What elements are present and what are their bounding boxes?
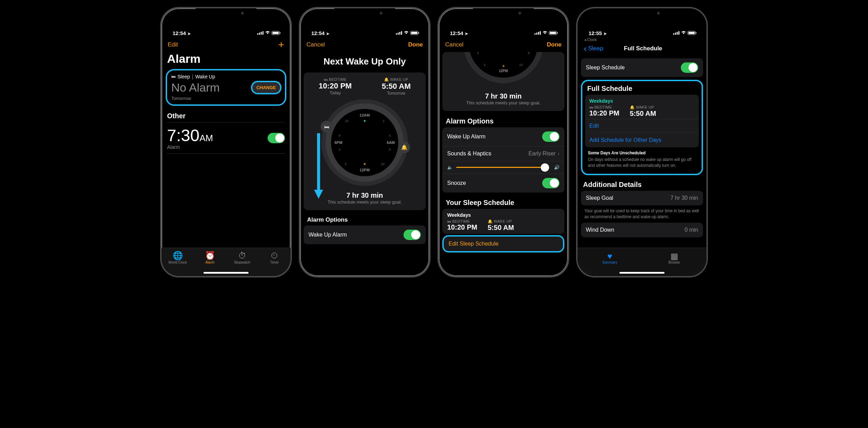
snooze-toggle[interactable] [542, 178, 559, 188]
snooze-row[interactable]: Snooze [442, 174, 564, 192]
sleep-label: Sleep [177, 74, 190, 79]
wake-alarm-toggle[interactable] [403, 230, 421, 240]
wake-alarm-toggle[interactable] [542, 131, 559, 142]
goal-subtitle: This schedule meets your sleep goal. [442, 100, 564, 105]
edit-button[interactable]: Edit [168, 41, 178, 48]
sleep-schedule-row[interactable]: Sleep Schedule [581, 58, 703, 77]
page-title: Next Wake Up Only [300, 52, 429, 72]
unscheduled-note: Some Days Are Unscheduled On days withou… [584, 147, 700, 171]
chevron-right-icon: › [558, 151, 559, 156]
volume-low-icon: 🔈 [447, 165, 453, 170]
bell-icon: 🔔 [488, 219, 493, 223]
wakeup-label: Wake Up [195, 74, 215, 79]
breadcrumb[interactable]: Clock [578, 37, 706, 42]
alarm-toggle[interactable] [268, 133, 285, 143]
change-button[interactable]: CHANGE [251, 81, 281, 94]
grid-icon: ▦ [657, 251, 692, 260]
home-indicator[interactable] [203, 272, 249, 274]
bedtime-label: BEDTIME [329, 77, 347, 82]
svg-rect-7 [317, 133, 320, 190]
add-schedule-button[interactable]: Add Schedule for Other Days [585, 132, 699, 147]
wakeup-value: 5:50 AM [382, 82, 411, 91]
full-schedule-section: Full Schedule Weekdays 🛏 BEDTIME 10:20 P… [581, 80, 703, 175]
bedtime-value: 10:20 PM [319, 82, 351, 91]
bed-icon: 🛏 [171, 74, 175, 79]
additional-details-header: Additional Details [578, 177, 706, 191]
alarm-row[interactable]: 7:30AM Alarm [162, 122, 290, 153]
volume-slider[interactable] [456, 167, 546, 168]
tab-timer[interactable]: ⏲Timer [262, 251, 287, 276]
edit-sleep-schedule-button[interactable]: Edit Sleep Schedule [442, 235, 564, 252]
nav-bar: Edit + [162, 38, 290, 52]
location-icon: ➤ [188, 32, 191, 36]
bed-icon: 🛏 [324, 77, 328, 82]
back-button[interactable]: Sleep [584, 45, 603, 52]
sounds-haptics-row[interactable]: Sounds & Haptics Early Riser› [442, 146, 564, 161]
no-alarm-text: No Alarm [171, 81, 220, 94]
sleep-goal-row[interactable]: Sleep Goal 7 hr 30 min [581, 191, 703, 205]
weekdays-card[interactable]: Weekdays 🛏 BEDTIME 10:20 PM 🔔 WAKE UP 5:… [442, 209, 564, 234]
alarm-options-header: Alarm Options [300, 213, 429, 225]
tick-6pm: 6PM [335, 140, 342, 145]
status-bar: 12:54 ➤ [162, 24, 290, 38]
weekdays-card[interactable]: Weekdays 🛏 BEDTIME 10:20 PM 🔔 WAKE UP 5:… [585, 95, 699, 119]
status-time: 12:54 [311, 30, 324, 36]
phone-3: 12:54 ➤ Cancel Done 12PM ☀ 2 10 4 8 7 hr… [437, 7, 569, 277]
alarm-sub: Alarm [167, 144, 213, 150]
goal-note: Your goal will be used to keep track of … [578, 205, 706, 223]
tab-world-clock[interactable]: 🌐World Clock [166, 251, 190, 276]
bell-icon: 🔔 [630, 105, 635, 109]
add-alarm-button[interactable]: + [278, 41, 284, 48]
wind-down-row[interactable]: Wind Down 0 min [581, 223, 703, 237]
done-button[interactable]: Done [547, 41, 562, 48]
done-button[interactable]: Done [408, 41, 423, 48]
goal-duration: 7 hr 30 min [442, 92, 564, 100]
bedtime-sub: Today [319, 91, 351, 95]
bedtime-handle[interactable]: 🛏 [321, 121, 332, 132]
sparkle-icon: ✦ [363, 119, 366, 123]
volume-row[interactable]: 🔈 🔊 [442, 161, 564, 174]
wake-up-alarm-row[interactable]: Wake Up Alarm [304, 225, 426, 244]
separator: | [192, 74, 193, 79]
tick-12am: 12AM [359, 113, 370, 117]
page-title: Alarm [162, 52, 290, 69]
notch [473, 8, 534, 18]
nav-bar: Sleep Full Schedule [578, 42, 706, 55]
sun-icon: ☀ [502, 64, 505, 68]
location-icon: ➤ [465, 32, 468, 36]
volume-high-icon: 🔊 [554, 165, 559, 170]
status-bar: 12:54 ➤ [300, 24, 429, 38]
alarm-options-header: Alarm Options [439, 114, 568, 127]
notch [196, 8, 257, 18]
cancel-button[interactable]: Cancel [306, 41, 325, 48]
wakeup-label: WAKE UP [390, 77, 408, 82]
status-time: 12:54 [450, 30, 463, 36]
status-time: 12:55 [589, 30, 602, 36]
wakeup-handle[interactable]: 🔔 [398, 142, 410, 153]
location-icon: ➤ [604, 32, 607, 36]
sun-icon: ☀ [363, 162, 366, 166]
cancel-button[interactable]: Cancel [445, 41, 463, 48]
timer-icon: ⏲ [262, 251, 287, 260]
bed-icon: 🛏 [447, 219, 451, 223]
phone-2: 12:54 ➤ Cancel Done Next Wake Up Only 🛏 … [299, 7, 431, 277]
wakeup-value: 5:50 AM [488, 224, 514, 232]
phone-1: 12:54 ➤ Edit + Alarm 🛏 Sleep | Wake Up N… [160, 7, 292, 277]
location-icon: ➤ [326, 32, 329, 36]
status-time: 12:54 [173, 30, 186, 36]
sounds-value: Early Riser [528, 151, 555, 156]
wake-up-alarm-row[interactable]: Wake Up Alarm [442, 127, 564, 146]
tick-12pm: 12PM [360, 168, 370, 172]
home-indicator[interactable] [619, 272, 665, 274]
heart-icon: ♥ [592, 251, 627, 260]
tick-6am: 6AM [387, 140, 395, 145]
sleep-schedule-toggle[interactable] [681, 62, 698, 73]
wind-down-value: 0 min [685, 227, 698, 233]
full-schedule-header: Full Schedule [584, 82, 700, 95]
alarm-icon: ⏰ [198, 251, 222, 260]
bed-icon: 🛏 [589, 105, 593, 109]
edit-button[interactable]: Edit [585, 119, 699, 132]
bedtime-value: 10:20 PM [589, 109, 619, 117]
other-header: Other [162, 109, 290, 122]
sleep-wake-card[interactable]: 🛏 Sleep | Wake Up No Alarm CHANGE Tomorr… [166, 69, 286, 106]
